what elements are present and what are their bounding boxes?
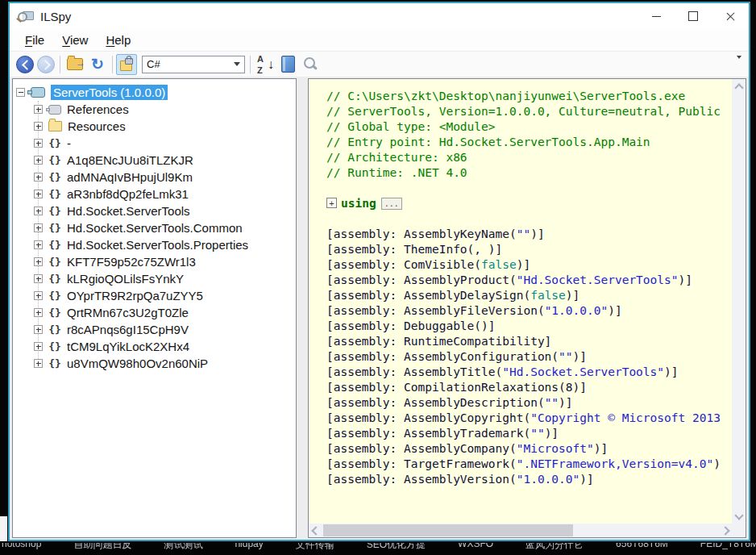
tree-item[interactable]: {}adMNAqIvBHpujUl9Km	[13, 169, 296, 186]
forward-button[interactable]	[37, 56, 55, 73]
chevron-left-icon	[311, 526, 320, 535]
code-line	[326, 211, 732, 227]
tree-item-label[interactable]: Hd.Socket.ServerTools.Properties	[67, 238, 248, 252]
scroll-down-button[interactable]	[732, 508, 746, 522]
tree-item[interactable]: {}A1q8ENcJUu8iTLZKJR	[13, 152, 296, 169]
tree-item-label[interactable]: KFT7F59p52c75ZWr1l3	[67, 255, 196, 269]
tree-item-label[interactable]: aR3nbf8dQp2feLmk31	[67, 187, 189, 201]
ns-icon: {}	[48, 223, 61, 234]
code-view[interactable]: // C:\Users\zkt\Desktop\nanjiyunwei\Serv…	[309, 79, 732, 524]
tree-item[interactable]: {}tCM9LqYikLocK2XHx4	[13, 338, 296, 355]
menu-view[interactable]: View	[53, 33, 97, 47]
taskbar-text-fragment: hotoshop	[2, 543, 41, 555]
tree-item-label[interactable]: Hd.Socket.ServerTools	[67, 204, 190, 218]
ns-icon: {}	[48, 307, 61, 319]
tree-item-label[interactable]: Resources	[68, 119, 126, 133]
ns-icon: {}	[48, 324, 61, 336]
horizontal-scrollbar[interactable]	[309, 524, 732, 537]
tree-item[interactable]: {}Hd.Socket.ServerTools	[13, 202, 296, 219]
expand-icon[interactable]	[34, 359, 43, 368]
tree-item[interactable]: {}QrtRMn67c3U2gT0Zle	[13, 304, 296, 321]
tree-item-label[interactable]: kLRgioQOLilsFsYnkY	[67, 272, 184, 286]
expand-icon[interactable]	[34, 139, 43, 148]
expand-icon[interactable]	[34, 240, 43, 249]
tree-view: ServerTools (1.0.0.0)ReferencesResources…	[13, 79, 296, 372]
tree-item-label[interactable]: OYprTR9R2rpQa7uZYY5	[67, 289, 203, 303]
search-button[interactable]	[300, 55, 321, 74]
expand-icon[interactable]	[34, 122, 43, 131]
scroll-left-button[interactable]	[309, 524, 322, 537]
menu-help[interactable]: Help	[97, 33, 139, 47]
code-line: // Runtime: .NET 4.0	[326, 165, 732, 181]
tree-item[interactable]: {}kLRgioQOLilsFsYnkY	[13, 270, 296, 287]
expand-icon[interactable]	[34, 291, 43, 300]
vertical-scrollbar[interactable]	[732, 79, 746, 524]
tree-item-label[interactable]: tCM9LqYikLocK2XHx4	[67, 340, 189, 353]
tree-item[interactable]: {}Hd.Socket.ServerTools.Common	[13, 219, 296, 236]
tree-item[interactable]: {}r8cAPnqs6gI15CpH9V	[13, 321, 296, 338]
expand-icon[interactable]	[34, 173, 43, 182]
expand-icon[interactable]	[34, 105, 43, 114]
open-from-gac-button[interactable]	[116, 54, 137, 75]
expand-icon[interactable]	[34, 190, 43, 198]
tree-item-label[interactable]: References	[67, 102, 129, 116]
fold-expand-icon[interactable]: +	[326, 198, 337, 208]
ns-icon: {}	[48, 206, 61, 217]
sort-az-icon: AZ↓	[255, 55, 275, 74]
horizontal-scroll-thumb[interactable]	[323, 524, 573, 536]
open-file-button[interactable]: →	[64, 55, 85, 74]
chevron-down-icon	[737, 56, 741, 73]
tree-item[interactable]: {}Hd.Socket.ServerTools.Properties	[13, 236, 296, 253]
tree-item-label[interactable]: u8VmQW98h0Ov2n60NiP	[67, 357, 208, 370]
code-line: // Global type: <Module>	[326, 119, 732, 135]
collapse-icon[interactable]	[16, 88, 25, 97]
tree-item-label[interactable]: -	[67, 136, 71, 150]
tree-item-label[interactable]: A1q8ENcJUu8iTLZKJR	[67, 153, 193, 167]
code-line: [assembly: RuntimeCompatibility]	[326, 334, 732, 349]
expand-icon[interactable]	[34, 156, 43, 165]
sort-assemblies-button[interactable]: AZ↓	[255, 55, 276, 74]
code-line: [assembly: AssemblyVersion("1.0.0.0")]	[326, 472, 732, 487]
tree-item-label[interactable]: Hd.Socket.ServerTools.Common	[67, 221, 243, 235]
scroll-up-button[interactable]	[732, 81, 746, 94]
tree-item[interactable]: ServerTools (1.0.0.0)	[13, 84, 296, 101]
language-combobox[interactable]: C#	[142, 56, 245, 73]
code-line: [assembly: AssemblyCopyright("Copyright …	[326, 411, 732, 426]
tree-item[interactable]: {}aR3nbf8dQp2feLmk31	[13, 186, 296, 202]
ns-icon: {}	[48, 341, 61, 353]
refresh-button[interactable]: ↻	[87, 55, 108, 74]
tree-item[interactable]: {}u8VmQW98h0Ov2n60NiP	[13, 355, 296, 372]
tree-item-label[interactable]: r8cAPnqs6gI15CpH9V	[67, 323, 189, 336]
toolbar-overflow-button[interactable]	[734, 59, 744, 73]
close-button[interactable]	[712, 3, 749, 29]
tree-item[interactable]: Resources	[13, 118, 296, 135]
taskbar-text-fragment: WXSFO	[458, 543, 493, 555]
expand-icon[interactable]	[34, 223, 43, 232]
menu-bar: FileViewHelp	[10, 29, 749, 52]
expand-icon[interactable]	[34, 308, 43, 317]
tree-item[interactable]: {}KFT7F59p52c75ZWr1l3	[13, 253, 296, 270]
tree-item[interactable]: {}OYprTR9R2rpQa7uZYY5	[13, 287, 296, 304]
code-line: [assembly: AssemblyCompany("Microsoft")]	[326, 441, 732, 457]
title-bar: ILSpy	[10, 3, 749, 29]
ns-icon: {}	[48, 257, 61, 268]
tree-item-label[interactable]: QrtRMn67c3U2gT0Zle	[67, 306, 189, 319]
expand-icon[interactable]	[34, 325, 43, 334]
collapsed-region-dots[interactable]: ...	[381, 198, 402, 210]
tree-item[interactable]: {}-	[13, 135, 296, 152]
menu-file[interactable]: File	[16, 33, 53, 47]
scroll-right-button[interactable]	[718, 524, 732, 537]
taskbar-text-fragment: 文件传输	[296, 543, 334, 555]
expand-icon[interactable]	[34, 207, 43, 215]
maximize-button[interactable]	[675, 3, 712, 29]
expand-icon[interactable]	[34, 274, 43, 283]
tree-item-label[interactable]: ServerTools (1.0.0.0)	[51, 85, 168, 100]
minimize-button[interactable]	[638, 3, 675, 29]
back-arrow-icon	[22, 60, 32, 70]
back-button[interactable]	[16, 56, 34, 73]
expand-icon[interactable]	[34, 342, 43, 351]
wordwrap-button[interactable]	[277, 55, 298, 74]
tree-item-label[interactable]: adMNAqIvBHpujUl9Km	[67, 170, 193, 184]
expand-icon[interactable]	[34, 257, 43, 266]
tree-item[interactable]: References	[13, 101, 296, 118]
